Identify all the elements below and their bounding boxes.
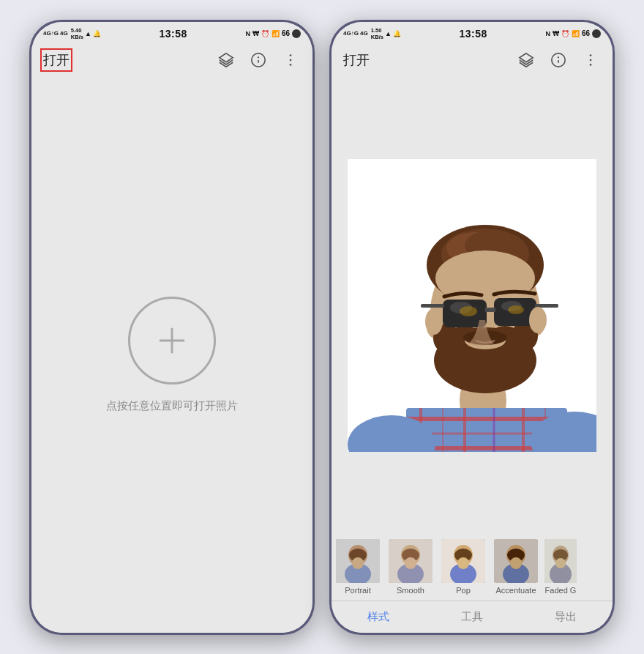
app-bar-actions-left xyxy=(216,50,301,70)
signal-text: 4G↑G 4G xyxy=(43,30,68,37)
phone-left: 4G↑G 4G 5.40KB/s ▲ 🔔 13:58 N ₩ ⏰ 📶 66 打开 xyxy=(29,20,315,635)
svg-point-70 xyxy=(405,557,416,569)
empty-content[interactable]: 点按任意位置即可打开照片 xyxy=(31,78,312,633)
status-right-info-right: N ₩ ⏰ 📶 66 xyxy=(545,29,601,38)
filter-item-pop[interactable]: Pop xyxy=(437,539,490,595)
signal-icon: ▲ xyxy=(85,30,91,37)
filter-label-portrait: Portrait xyxy=(345,586,370,595)
svg-rect-50 xyxy=(421,304,444,308)
lens-icon-right xyxy=(592,29,601,38)
svg-point-65 xyxy=(352,557,364,569)
filter-label-pop: Pop xyxy=(456,586,471,595)
svg-point-55 xyxy=(508,305,524,314)
svg-point-6 xyxy=(290,64,292,66)
bottom-section: Portrait Smooth xyxy=(332,533,613,633)
svg-point-75 xyxy=(457,557,469,569)
photo-display-area[interactable] xyxy=(332,78,613,533)
open-title-left[interactable]: 打开 xyxy=(43,53,70,67)
svg-point-16 xyxy=(590,59,592,61)
layers-icon[interactable] xyxy=(216,50,236,70)
app-bar-right: 打开 xyxy=(332,42,613,78)
empty-hint: 点按任意位置即可打开照片 xyxy=(106,399,238,413)
status-left-info-right: 4G↑G 4G 1.50KB/s ▲ 🔔 xyxy=(343,27,401,40)
app-bar-left: 打开 xyxy=(31,42,312,78)
status-bar-right: 4G↑G 4G 1.50KB/s ▲ 🔔 13:58 N ₩ ⏰ 📶 66 xyxy=(332,22,613,42)
svg-point-5 xyxy=(290,59,292,61)
svg-point-54 xyxy=(460,306,477,316)
lens-icon xyxy=(292,29,301,38)
speaker-icon: 🔔 xyxy=(93,30,101,37)
phone-right: 4G↑G 4G 1.50KB/s ▲ 🔔 13:58 N ₩ ⏰ 📶 66 打开 xyxy=(329,20,615,635)
tab-tools-label: 工具 xyxy=(461,610,483,624)
bluetooth-icon: N xyxy=(245,30,250,37)
nfc-icon: ₩ xyxy=(252,30,259,37)
alarm-icon-right: ⏰ xyxy=(561,30,569,37)
speed-text: 5.40KB/s xyxy=(71,27,83,40)
bluetooth-icon-right: N xyxy=(545,30,550,37)
svg-point-58 xyxy=(463,363,507,392)
speaker-icon-right: 🔔 xyxy=(393,30,401,37)
alarm-icon: ⏰ xyxy=(261,30,269,37)
tab-tools[interactable]: 工具 xyxy=(425,601,519,633)
signal-icon-right: ▲ xyxy=(385,30,392,37)
filter-label-smooth: Smooth xyxy=(397,586,424,595)
svg-point-15 xyxy=(590,54,592,56)
svg-point-57 xyxy=(529,307,547,333)
svg-point-4 xyxy=(290,54,292,56)
filter-thumb-smooth xyxy=(389,539,433,583)
info-icon-right[interactable] xyxy=(548,50,569,70)
more-icon[interactable] xyxy=(280,50,301,70)
battery-icon-right: 66 xyxy=(582,29,590,37)
bottom-tabs: 样式 工具 导出 xyxy=(332,601,613,633)
svg-point-37 xyxy=(435,250,535,306)
filter-item-faded[interactable]: Faded G xyxy=(542,539,579,595)
time-left: 13:58 xyxy=(159,28,187,40)
filter-label-accentuate: Accentuate xyxy=(495,586,536,595)
wifi-icon: 📶 xyxy=(272,30,280,37)
more-icon-right[interactable] xyxy=(580,50,601,70)
filter-thumb-portrait xyxy=(336,539,380,583)
open-title-right[interactable]: 打开 xyxy=(343,51,370,69)
tab-style-label: 样式 xyxy=(367,610,389,624)
speed-text-right: 1.50KB/s xyxy=(371,27,383,40)
svg-point-17 xyxy=(590,64,592,66)
add-photo-circle[interactable] xyxy=(128,297,216,384)
wifi-icon-right: 📶 xyxy=(572,30,580,37)
photo-frame xyxy=(348,159,596,452)
svg-rect-49 xyxy=(485,308,495,312)
signal-text-right: 4G↑G 4G xyxy=(343,30,368,37)
open-button-container[interactable]: 打开 xyxy=(43,51,70,69)
svg-point-56 xyxy=(425,308,443,335)
battery-icon: 66 xyxy=(282,29,290,37)
filter-item-smooth[interactable]: Smooth xyxy=(384,539,437,595)
filter-thumb-accentuate xyxy=(494,539,538,583)
tab-style[interactable]: 样式 xyxy=(332,601,425,633)
layers-icon-right[interactable] xyxy=(516,50,536,70)
tab-export-label: 导出 xyxy=(555,610,577,624)
status-right-info: N ₩ ⏰ 📶 66 xyxy=(245,29,301,38)
tab-export[interactable]: 导出 xyxy=(519,601,613,633)
app-bar-actions-right xyxy=(516,50,601,70)
filter-thumb-faded xyxy=(544,539,577,583)
svg-point-80 xyxy=(510,557,522,569)
nfc-icon-right: ₩ xyxy=(553,30,559,37)
filter-strip: Portrait Smooth xyxy=(332,533,613,601)
filter-item-portrait[interactable]: Portrait xyxy=(332,539,384,595)
filter-item-accentuate[interactable]: Accentuate xyxy=(490,539,542,595)
filter-label-faded: Faded G xyxy=(545,586,577,595)
status-left-info: 4G↑G 4G 5.40KB/s ▲ 🔔 xyxy=(43,27,101,40)
time-right: 13:58 xyxy=(459,28,487,40)
empty-state-container: 点按任意位置即可打开照片 xyxy=(106,297,238,413)
filter-thumb-pop xyxy=(441,539,485,583)
status-bar-left: 4G↑G 4G 5.40KB/s ▲ 🔔 13:58 N ₩ ⏰ 📶 66 xyxy=(31,22,312,42)
svg-point-85 xyxy=(555,558,566,568)
info-icon[interactable] xyxy=(248,50,269,70)
